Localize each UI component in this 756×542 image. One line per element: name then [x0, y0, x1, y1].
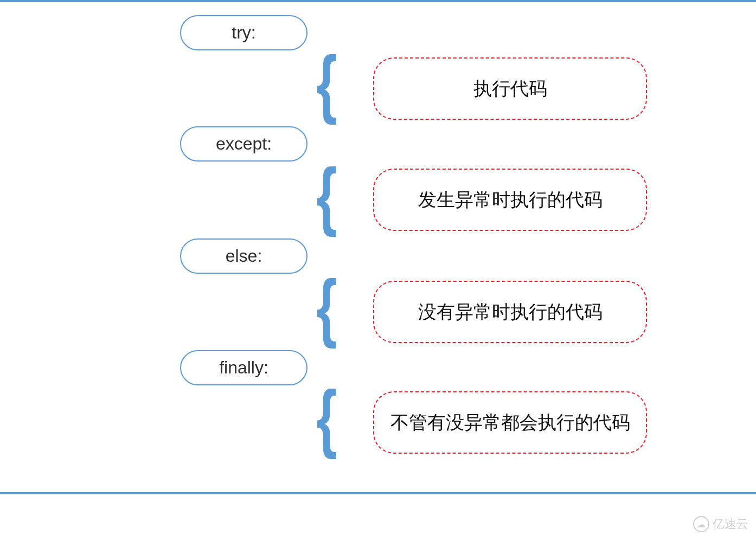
keyword-pill-except: except: — [180, 126, 307, 162]
brace-icon: { — [316, 45, 337, 121]
top-border-bar — [0, 0, 756, 2]
keyword-pill-finally: finally: — [180, 350, 307, 385]
cloud-icon: ☁ — [693, 516, 709, 532]
keyword-label: else: — [226, 246, 262, 266]
desc-pill-else: 没有异常时执行的代码 — [373, 281, 647, 343]
keyword-label: try: — [232, 23, 255, 43]
desc-pill-except: 发生异常时执行的代码 — [373, 169, 647, 231]
desc-label: 没有异常时执行的代码 — [418, 300, 603, 325]
desc-label: 执行代码 — [473, 76, 547, 101]
brace-icon: { — [316, 157, 337, 233]
desc-label: 不管有没异常都会执行的代码 — [390, 410, 630, 435]
watermark-text: 亿速云 — [713, 516, 748, 532]
desc-label: 发生异常时执行的代码 — [418, 188, 603, 212]
brace-icon: { — [316, 379, 337, 455]
watermark: ☁ 亿速云 — [693, 516, 748, 532]
brace-icon: { — [316, 269, 337, 345]
desc-pill-finally: 不管有没异常都会执行的代码 — [373, 391, 647, 454]
bottom-border-bar — [0, 492, 756, 494]
desc-pill-try: 执行代码 — [373, 57, 647, 120]
keyword-pill-try: try: — [180, 15, 307, 50]
keyword-pill-else: else: — [180, 238, 307, 274]
keyword-label: finally: — [219, 358, 268, 378]
keyword-label: except: — [216, 134, 272, 154]
